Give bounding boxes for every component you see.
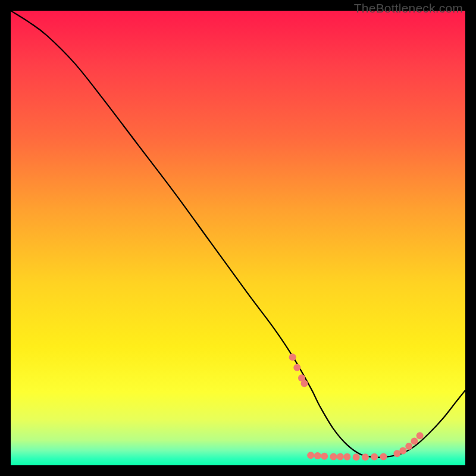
data-marker [330,453,337,460]
data-marker [416,432,424,439]
data-marker [321,453,328,460]
bottleneck-chart [11,11,465,465]
data-marker [307,452,314,459]
data-marker [353,453,360,461]
data-marker [411,438,418,445]
data-marker [371,453,378,461]
gradient-background [11,11,465,465]
data-marker [301,380,308,387]
data-marker [289,353,296,361]
plot-frame [11,11,465,465]
watermark-text: TheBottleneck.com [354,1,463,15]
data-marker [405,443,412,450]
data-marker [380,453,387,460]
data-marker [314,452,321,459]
data-marker [399,447,406,455]
data-marker [293,364,300,371]
data-marker [362,453,369,461]
data-marker [343,453,350,461]
data-marker [337,453,344,460]
